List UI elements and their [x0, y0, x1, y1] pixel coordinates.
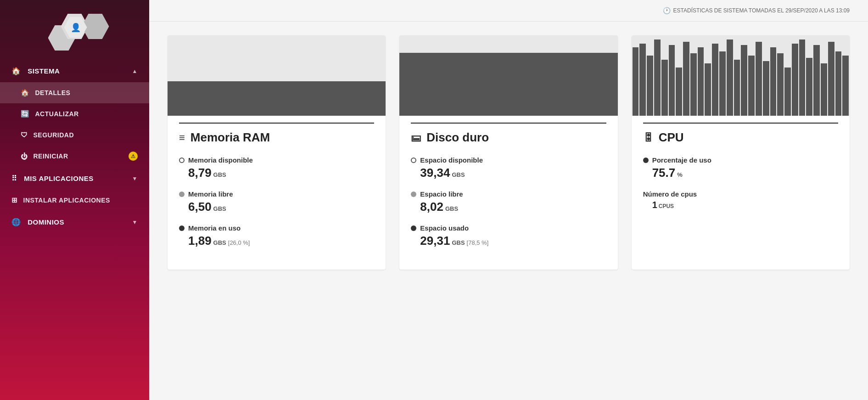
- disk-used-bar: [399, 53, 617, 116]
- reiniciar-label: REINICIAR: [34, 152, 68, 160]
- disk-card-body: 🖴 Disco duro Espacio disponible 39,34GBS: [399, 116, 617, 270]
- ram-libre-metric: Memoria libre 6,50GBS: [179, 190, 374, 214]
- ram-libre-label: Memoria libre: [179, 190, 374, 198]
- cpu-bar: [770, 47, 777, 116]
- cpu-title: 🎛 CPU: [643, 130, 838, 145]
- sidebar-logo: 👤: [0, 0, 149, 60]
- cpu-bar: [705, 63, 711, 116]
- cpu-num-metric: Número de cpus 1CPUS: [643, 190, 838, 210]
- sidebar-item-seguridad[interactable]: 🛡 SEGURIDAD: [0, 124, 149, 145]
- disk-usado-value: 29,31GBS[78,5 %]: [411, 234, 606, 248]
- disk-title-text: Disco duro: [426, 130, 489, 145]
- cpu-bar: [690, 53, 697, 116]
- sidebar-nav: 🏠 SISTEMA ▲ 🏠 DETALLES 🔄 ACTUALIZAR 🛡 SE…: [0, 60, 149, 400]
- ram-card-body: ≡ Memoria RAM Memoria disponible 8,79GBS: [168, 116, 386, 270]
- cpu-bar: [784, 68, 791, 116]
- disk-title: 🖴 Disco duro: [411, 130, 606, 145]
- cpu-bar: [734, 60, 740, 116]
- disk-chart: [399, 35, 617, 116]
- instalar-label: INSTALAR APLICACIONES: [23, 197, 110, 204]
- cpu-bar: [633, 47, 639, 116]
- cpu-num-value: 1CPUS: [643, 200, 838, 210]
- ram-disponible-value: 8,79GBS: [179, 166, 374, 180]
- cpu-bar: [676, 68, 682, 116]
- dominios-label: DOMINIOS: [28, 218, 64, 226]
- home-nav-icon: 🏠: [21, 89, 30, 97]
- dot-dark-cpu-icon: [643, 158, 649, 163]
- sidebar-item-detalles[interactable]: 🏠 DETALLES: [0, 82, 149, 103]
- cpu-bar: [683, 42, 689, 116]
- cpu-bar: [756, 42, 762, 116]
- cpu-bar: [712, 44, 718, 116]
- cpu-title-text: CPU: [659, 130, 684, 145]
- actualizar-label: ACTUALIZAR: [35, 110, 79, 118]
- cpu-bar: [639, 44, 646, 116]
- cpu-bar: [799, 39, 806, 116]
- cpu-bar: [698, 47, 704, 116]
- avatar-icon: 👤: [71, 23, 81, 33]
- cpu-bar: [813, 45, 820, 116]
- cpu-bar: [821, 63, 827, 116]
- dominios-chevron-icon: ▼: [132, 219, 138, 225]
- cpu-bar: [661, 60, 668, 116]
- cpu-bar: [669, 45, 675, 116]
- main-content: 🕐 ESTADÍSTICAS DE SISTEMA TOMADAS EL 29/…: [149, 0, 868, 400]
- sidebar-item-actualizar[interactable]: 🔄 ACTUALIZAR: [0, 103, 149, 124]
- ram-title-icon: ≡: [179, 132, 185, 144]
- cpu-divider: [643, 123, 838, 124]
- cpu-bar: [654, 39, 661, 116]
- clock-icon: 🕐: [663, 7, 671, 14]
- install-icon: ⊞: [11, 196, 18, 204]
- sidebar-item-reiniciar[interactable]: ⏻ REINICIAR ⚠: [0, 145, 149, 167]
- ram-libre-value: 6,50GBS: [179, 200, 374, 214]
- sidebar-item-dominios[interactable]: 🌐 DOMINIOS ▼: [0, 211, 149, 233]
- ram-disponible-metric: Memoria disponible 8,79GBS: [179, 156, 374, 180]
- cpu-bar: [748, 56, 755, 116]
- mis-aplicaciones-label: MIS APLICACIONES: [24, 175, 94, 182]
- disk-disponible-metric: Espacio disponible 39,34GBS: [411, 156, 606, 180]
- cpu-chart: [632, 35, 850, 116]
- cpu-bar: [763, 61, 769, 116]
- cpu-bar: [842, 56, 849, 116]
- disk-usado-metric: Espacio usado 29,31GBS[78,5 %]: [411, 224, 606, 248]
- power-icon: ⏻: [21, 152, 28, 160]
- cpu-bar: [647, 56, 653, 116]
- dot-empty-disk-icon: [411, 158, 416, 163]
- disk-usado-label: Espacio usado: [411, 224, 606, 232]
- sidebar-section-sistema[interactable]: 🏠 SISTEMA ▲: [0, 60, 149, 82]
- shield-icon: 🛡: [21, 131, 28, 139]
- cpu-bar: [727, 39, 733, 116]
- cpu-bar: [835, 51, 842, 116]
- cpu-bar: [792, 44, 798, 116]
- sidebar-item-instalar[interactable]: ⊞ INSTALAR APLICACIONES: [0, 190, 149, 211]
- dot-dark-disk-icon: [411, 225, 416, 231]
- cpu-bar: [828, 42, 834, 116]
- cpu-bar: [741, 45, 747, 116]
- cpu-porcentaje-label: Porcentaje de uso: [643, 156, 838, 164]
- sistema-label: SISTEMA: [28, 67, 60, 75]
- chevron-down-icon: ▼: [132, 175, 138, 182]
- disk-libre-value: 8,02GBS: [411, 200, 606, 214]
- sidebar: 👤 🏠 SISTEMA ▲ 🏠 DETALLES 🔄 ACTUALIZAR 🛡 …: [0, 0, 149, 400]
- ram-title-text: Memoria RAM: [190, 130, 270, 145]
- refresh-icon: 🔄: [21, 110, 30, 118]
- cpu-card: 🎛 CPU Porcentaje de uso 75.7% Número de …: [632, 35, 850, 270]
- chevron-up-icon: ▲: [132, 68, 138, 74]
- cpu-bar: [719, 51, 726, 116]
- dot-dark-icon: [179, 225, 185, 231]
- seguridad-label: SEGURIDAD: [34, 131, 74, 139]
- dot-gray-disk-icon: [411, 192, 416, 197]
- ram-chart: [168, 35, 386, 116]
- dot-gray-icon: [179, 192, 185, 197]
- disk-disponible-value: 39,34GBS: [411, 166, 606, 180]
- apps-icon: ⠿: [11, 175, 17, 182]
- sidebar-section-mis-aplicaciones[interactable]: ⠿ MIS APLICACIONES ▼: [0, 167, 149, 190]
- cpu-card-body: 🎛 CPU Porcentaje de uso 75.7% Número de …: [632, 116, 850, 232]
- ram-disponible-label: Memoria disponible: [179, 156, 374, 164]
- disk-divider: [411, 123, 606, 124]
- cpu-porcentaje-metric: Porcentaje de uso 75.7%: [643, 156, 838, 180]
- cpu-num-label: Número de cpus: [643, 190, 838, 198]
- disk-libre-label: Espacio libre: [411, 190, 606, 198]
- cpu-title-icon: 🎛: [643, 132, 653, 144]
- timestamp-text: ESTADÍSTICAS DE SISTEMA TOMADAS EL 29/SE…: [673, 7, 850, 14]
